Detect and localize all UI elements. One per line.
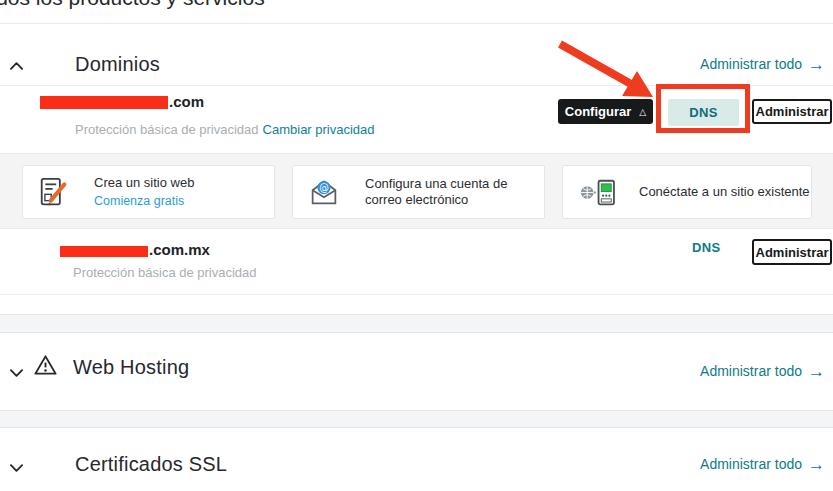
domain-tld: .com.mx [149,243,210,257]
chevron-up-icon[interactable] [6,54,27,77]
section-divider [0,410,833,428]
change-privacy-link[interactable]: Cambiar privacidad [263,122,375,137]
website-pencil-icon [39,177,68,208]
arrow-right-icon: → [808,455,825,474]
configure-button[interactable]: Configurar△ [558,99,653,124]
warning-triangle-icon [34,354,57,380]
privacy-line: Protección básica de privacidadCambiar p… [75,122,375,137]
manage-button[interactable]: Administrar [752,99,832,124]
card-create-website[interactable]: Crea un sitio web Comienza gratis [22,165,275,219]
section-divider [0,315,833,333]
globe-server-icon [579,178,619,207]
manage-button[interactable]: Administrar [752,239,832,265]
section-web-hosting: Web Hosting Administrar todo→ [0,333,833,410]
section-ssl-certificates: Certificados SSL Administrar todo→ [0,428,833,491]
chevron-down-icon[interactable] [6,361,27,384]
triangle-up-icon: △ [639,107,646,117]
svg-text:@: @ [319,182,329,193]
start-free-link[interactable]: Comienza gratis [94,194,184,208]
redacted-domain-name [40,96,168,109]
arrow-right-icon: → [808,362,825,381]
ssl-manage-all-link[interactable]: Administrar todo→ [700,455,825,475]
chevron-down-icon[interactable] [6,456,27,479]
manage-all-label: Administrar todo [700,56,802,72]
domain-row-com: .com Protección básica de privacidadCamb… [0,86,833,153]
dominios-header: Dominios Administrar todo→ [0,24,833,86]
domain-name-line: .com [40,95,204,109]
manage-all-label: Administrar todo [700,363,802,379]
privacy-line: Protección básica de privacidad [73,265,257,280]
card-setup-email[interactable]: @ Configura una cuenta de correo electró… [292,165,545,219]
privacy-status-text: Protección básica de privacidad [73,265,257,280]
dns-button[interactable]: DNS [668,99,739,126]
domain-name-line: .com.mx [60,243,210,257]
card-title: Crea un sitio web [94,175,194,191]
arrow-right-icon: → [808,55,825,74]
email-envelope-icon: @ [309,178,339,206]
manage-all-label: Administrar todo [700,456,802,472]
section-dominios: Dominios Administrar todo→ .com Protecci… [0,23,833,315]
card-title: Conéctate a un sitio existente [639,184,810,200]
web-hosting-title: Web Hosting [73,356,189,379]
card-title: Configura una cuenta de correo electróni… [365,176,540,208]
redacted-domain-name [60,246,148,257]
products-services-page: Todos los productos y servicios Dominios… [0,0,833,491]
configure-label: Configurar [565,104,631,119]
quick-actions-strip: Crea un sitio web Comienza gratis @ Conf… [0,153,833,229]
page-title: Todos los productos y servicios [0,0,265,10]
card-connect-existing-site[interactable]: Conéctate a un sitio existente [562,165,812,219]
domain-row-com-mx: .com.mx Protección básica de privacidad … [0,229,833,295]
dns-link[interactable]: DNS [692,240,720,255]
domain-tld: .com [169,95,204,109]
dominios-manage-all-link[interactable]: Administrar todo→ [700,55,825,75]
dominios-title: Dominios [75,53,160,76]
privacy-status-text: Protección básica de privacidad [75,122,259,137]
ssl-title: Certificados SSL [75,453,227,476]
hosting-manage-all-link[interactable]: Administrar todo→ [700,362,825,382]
